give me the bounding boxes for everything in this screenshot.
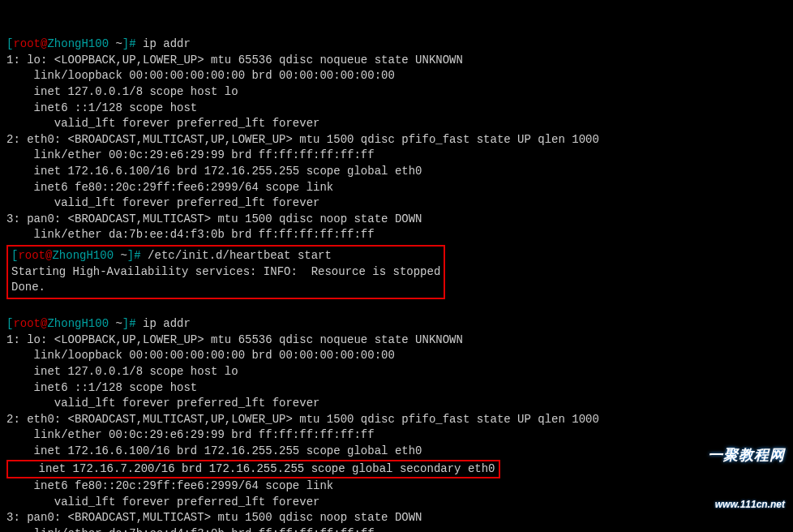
- output-line: inet 127.0.0.1/8 scope host lo: [6, 364, 787, 380]
- cmd-heartbeat-start[interactable]: /etc/init.d/heartbeat start: [148, 249, 332, 262]
- output-line: Done.: [11, 280, 440, 296]
- prompt-host: ZhongH100: [47, 317, 109, 330]
- output-line: valid_lft forever preferred_lft forever: [6, 495, 787, 511]
- prompt-user: root: [13, 37, 41, 50]
- output-line: Starting High-Availability services: INF…: [11, 264, 440, 281]
- output-line: 3: pan0: <BROADCAST,MULTICAST> mtu 1500 …: [6, 212, 787, 228]
- cmd-ip-addr-2[interactable]: ip addr: [143, 317, 191, 330]
- output-line: 2: eth0: <BROADCAST,MULTICAST,UP,LOWER_U…: [6, 132, 787, 148]
- output-line: link/ether da:7b:ee:d4:f3:0b brd ff:ff:f…: [6, 227, 787, 243]
- prompt-path: ~: [120, 249, 126, 262]
- output-line: 1: lo: <LOOPBACK,UP,LOWER_UP> mtu 65536 …: [6, 332, 787, 349]
- output-line: 1: lo: <LOOPBACK,UP,LOWER_UP> mtu 65536 …: [6, 53, 787, 69]
- output-line: link/loopback 00:00:00:00:00:00 brd 00:0…: [6, 68, 787, 84]
- prompt-user: root: [18, 249, 45, 262]
- output-line: inet6 ::1/128 scope host: [6, 380, 787, 397]
- output-line: inet 127.0.0.1/8 scope host lo: [6, 84, 787, 101]
- prompt-close-bracket: ]#: [122, 37, 136, 50]
- prompt-close-bracket: ]#: [122, 317, 136, 330]
- shell-prompt: [root@ZhongH100 ~]#: [6, 317, 136, 330]
- output-line: link/ether 00:0c:29:e6:29:99 brd ff:ff:f…: [6, 148, 787, 164]
- output-line: link/ether 00:0c:29:e6:29:99 brd ff:ff:f…: [6, 427, 787, 444]
- prompt-close-bracket: ]#: [127, 249, 141, 262]
- cmd-ip-addr-1[interactable]: ip addr: [143, 37, 191, 50]
- output-line: link/ether da:7b:ee:d4:f3:0b brd ff:ff:f…: [6, 526, 787, 532]
- highlight-box-heartbeat: [root@ZhongH100 ~]# /etc/init.d/heartbea…: [6, 245, 445, 299]
- shell-prompt: [root@ZhongH100 ~]#: [11, 249, 141, 262]
- output-line: valid_lft forever preferred_lft forever: [6, 116, 787, 132]
- output-line: link/loopback 00:00:00:00:00:00 brd 00:0…: [6, 348, 787, 364]
- prompt-path: ~: [115, 37, 122, 50]
- output-line: valid_lft forever preferred_lft forever: [6, 396, 787, 412]
- highlight-box-vip: inet 172.16.7.200/16 brd 172.16.255.255 …: [6, 460, 500, 479]
- output-line: 2: eth0: <BROADCAST,MULTICAST,UP,LOWER_U…: [6, 412, 787, 428]
- output-line: inet6 fe80::20c:29ff:fee6:2999/64 scope …: [6, 180, 787, 196]
- output-line: inet6 fe80::20c:29ff:fee6:2999/64 scope …: [6, 478, 787, 495]
- output-line: inet 172.16.6.100/16 brd 172.16.255.255 …: [6, 444, 787, 460]
- output-line: inet6 ::1/128 scope host: [6, 101, 787, 117]
- output-line: inet 172.16.6.100/16 brd 172.16.255.255 …: [6, 164, 787, 180]
- shell-prompt: [root@ZhongH100 ~]#: [6, 37, 136, 50]
- prompt-path: ~: [115, 317, 122, 330]
- prompt-host: ZhongH100: [52, 249, 114, 262]
- output-line: valid_lft forever preferred_lft forever: [6, 195, 787, 212]
- output-line: 3: pan0: <BROADCAST,MULTICAST> mtu 1500 …: [6, 510, 787, 526]
- prompt-user: root: [13, 317, 41, 330]
- prompt-host: ZhongH100: [47, 37, 109, 50]
